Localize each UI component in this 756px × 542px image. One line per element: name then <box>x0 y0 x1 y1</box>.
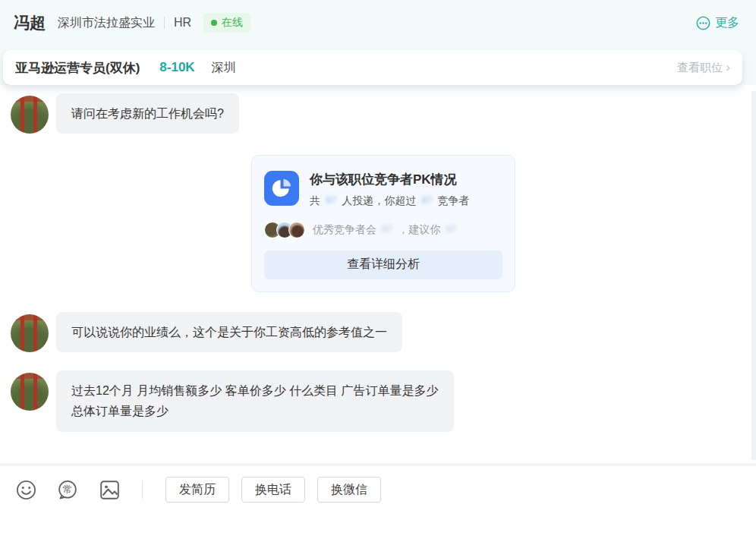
send-resume-button[interactable]: 发简历 <box>165 477 229 503</box>
hr-avatar[interactable] <box>11 96 49 134</box>
svg-text:常: 常 <box>63 484 73 495</box>
exchange-phone-button[interactable]: 换电话 <box>241 477 305 503</box>
emoji-icon[interactable] <box>15 479 36 500</box>
job-city: 深圳 <box>212 60 236 76</box>
chat-input-toolbar: 常 发简历 换电话 换微信 <box>0 465 756 542</box>
hr-avatar[interactable] <box>11 314 49 352</box>
masked-insight-1: 87 <box>380 223 395 235</box>
top-band: 冯超 深圳市法拉盛实业 HR 在线 更多 <box>0 0 756 85</box>
message-row: 过去12个月 月均销售额多少 客单价多少 什么类目 广告订单量是多少 总体订单量… <box>11 370 756 431</box>
view-job-label: 查看职位 <box>677 61 723 75</box>
competitor-avatars <box>264 222 305 238</box>
chevron-right-icon: › <box>726 60 730 75</box>
insight-text: 优秀竞争者会 87 ，建议你 87 <box>313 223 459 237</box>
competitor-avatar <box>288 222 305 238</box>
pk-card-insight: 优秀竞争者会 87 ，建议你 87 <box>264 222 502 238</box>
view-analysis-button[interactable]: 查看详细分析 <box>264 251 502 279</box>
message-bubble: 过去12个月 月均销售额多少 客单价多少 什么类目 广告订单量是多少 总体订单量… <box>56 370 454 431</box>
view-job-link[interactable]: 查看职位 › <box>677 60 730 75</box>
toolbar-divider <box>142 481 143 499</box>
job-bar[interactable]: 亚马逊运营专员(双休) 8-10K 深圳 查看职位 › <box>3 50 742 85</box>
more-button[interactable]: 更多 <box>696 15 739 31</box>
contact-role: HR <box>174 16 191 30</box>
message-bubble: 请问在考虑新的工作机会吗? <box>56 93 239 134</box>
contact-info: 冯超 深圳市法拉盛实业 HR 在线 <box>14 12 250 33</box>
exchange-wechat-button[interactable]: 换微信 <box>317 477 381 503</box>
message-bubble: 可以说说你的业绩么，这个是关于你工资高低的参考值之一 <box>56 312 402 352</box>
job-title: 亚马逊运营专员(双休) <box>15 59 140 77</box>
chat-window: 冯超 深圳市法拉盛实业 HR 在线 更多 <box>0 0 756 542</box>
stat-suffix: 竞争者 <box>438 194 470 206</box>
pk-card-header: 你与该职位竞争者PK情况 共 87 人投递，你超过 87 竞争者 <box>264 171 502 208</box>
job-salary: 8-10K <box>159 60 194 75</box>
online-label: 在线 <box>222 16 243 30</box>
more-label: 更多 <box>715 15 739 31</box>
message-row: 可以说说你的业绩么，这个是关于你工资高低的参考值之一 <box>11 312 756 352</box>
chat-header: 冯超 深圳市法拉盛实业 HR 在线 更多 <box>0 0 756 46</box>
image-icon[interactable] <box>99 479 120 500</box>
more-icon <box>696 16 710 30</box>
scrollbar[interactable] <box>751 91 756 460</box>
pie-chart-icon <box>264 171 299 206</box>
stat-mid: 人投递，你超过 <box>342 194 416 206</box>
pk-card-stats: 共 87 人投递，你超过 87 竞争者 <box>310 194 470 208</box>
pk-card-texts: 你与该职位竞争者PK情况 共 87 人投递，你超过 87 竞争者 <box>310 171 470 208</box>
online-status-badge: 在线 <box>203 13 250 33</box>
stat-prefix: 共 <box>310 194 320 206</box>
message-row: 请问在考虑新的工作机会吗? <box>11 93 756 134</box>
chat-message-area: 请问在考虑新的工作机会吗? 你与该职位竞争者PK情况 共 87 人投递，你超过 <box>0 85 756 465</box>
masked-applicant-count: 87 <box>323 194 339 206</box>
common-phrases-icon[interactable]: 常 <box>57 479 78 500</box>
pk-card-title: 你与该职位竞争者PK情况 <box>310 171 470 189</box>
pk-analysis-card[interactable]: 你与该职位竞争者PK情况 共 87 人投递，你超过 87 竞争者 <box>251 155 515 292</box>
online-dot <box>211 20 217 26</box>
contact-name: 冯超 <box>14 12 46 33</box>
masked-insight-2: 87 <box>443 223 458 235</box>
toolbar-row: 常 发简历 换电话 换微信 <box>15 477 381 502</box>
insight-mid: ，建议你 <box>398 223 440 235</box>
insight-prefix: 优秀竞争者会 <box>313 223 376 235</box>
masked-surpass-count: 87 <box>419 194 434 206</box>
contact-company: 深圳市法拉盛实业 <box>58 15 155 31</box>
divider <box>164 17 165 29</box>
hr-avatar[interactable] <box>11 373 49 411</box>
